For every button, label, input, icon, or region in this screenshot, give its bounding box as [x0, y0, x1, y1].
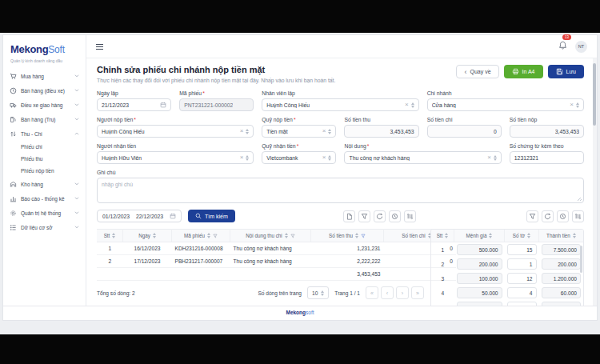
column-settings-button[interactable] [404, 210, 416, 222]
column-header-stt[interactable]: Stt [97, 230, 123, 242]
clear-icon[interactable] [240, 128, 244, 134]
nhan-vien-lap-select[interactable]: Huỳnh Công Hiếu [262, 98, 418, 111]
so-to-input[interactable]: 1 [507, 258, 537, 270]
sidebar-item-du-lieu-co-so[interactable]: Dữ liệu cơ sở [3, 220, 86, 234]
so-tien-thu-input[interactable]: 3,453,453 [344, 125, 418, 138]
menh-gia-input[interactable]: 500.000 [457, 244, 502, 255]
column-header-thanh-tien[interactable]: Thành tiền [539, 230, 584, 242]
history-button[interactable] [557, 210, 569, 222]
so-to-input[interactable]: 15 [507, 244, 537, 255]
cell-total-thu: 3,453,453 [311, 268, 384, 281]
thanh-tien-input[interactable]: 200.000 [542, 258, 582, 270]
print-a4-button[interactable]: In A4 [504, 65, 543, 78]
per-page-select[interactable]: 10 [307, 286, 329, 299]
refresh-button[interactable] [374, 210, 386, 222]
filter-icon[interactable] [213, 234, 218, 238]
filter-button[interactable] [526, 210, 538, 222]
so-to-input[interactable]: 4 [507, 287, 537, 298]
sidebar-item-quan-tri[interactable]: Quản trị hệ thống [3, 206, 86, 220]
last-page-button[interactable]: » [411, 286, 424, 299]
thanh-tien-input[interactable]: 60.000 [542, 302, 582, 306]
quy-nhan-tien-select[interactable]: Vietcombank [262, 151, 336, 164]
ma-phieu-input[interactable]: PNT231221-000002 [179, 98, 254, 111]
scrollbar-track[interactable] [593, 58, 597, 306]
thanh-tien-input[interactable]: 60.000 [542, 287, 582, 298]
field-ghi-chu: Ghi chú nhập ghi chú [97, 170, 584, 203]
so-tien-chi-input[interactable]: 0 [427, 125, 502, 138]
sidebar-subitem-phieu-chi[interactable]: Phiếu chi [3, 141, 86, 153]
history-icon [391, 213, 398, 220]
date-input[interactable]: 21/12/2023 [97, 98, 171, 111]
menh-gia-input[interactable]: 100.000 [457, 273, 502, 284]
clear-icon[interactable] [487, 154, 491, 161]
page-subtitle: Thực hiện các thay đổi đối với phiếu chi… [97, 78, 335, 83]
so-tien-nop-input[interactable]: 3,453,453 [510, 125, 584, 138]
table-row[interactable]: 2 17/12/2023 PBH231217-000007 Thu công n… [97, 255, 456, 268]
clear-icon[interactable] [322, 128, 326, 134]
thanh-tien-input[interactable]: 1.200.000 [542, 273, 582, 284]
first-page-button[interactable]: « [366, 286, 378, 299]
filter-icon[interactable] [290, 234, 295, 238]
column-header-so-tien-thu[interactable]: Số tiền thu [311, 230, 384, 242]
nguoi-nop-tien-select[interactable]: Huỳnh Công Hiếu [97, 125, 254, 138]
menh-gia-input[interactable]: 200.000 [457, 258, 502, 270]
date-range-input[interactable]: 01/12/2023 22/12/2023 [97, 210, 182, 222]
noi-dung-select[interactable]: Thu công nợ khách hàng [344, 151, 501, 164]
resize-handle[interactable] [578, 197, 582, 201]
sidebar: MekongSoft Quản lý kinh doanh xăng dầu M… [3, 35, 86, 306]
field-chi-nhanh: Chi nhánh Cửa hàng [427, 90, 584, 111]
column-header-ma-phieu[interactable]: Mã phiếu [172, 230, 230, 242]
search-button[interactable]: Tìm kiếm [188, 210, 235, 222]
nguoi-nhan-tien-select[interactable]: Huỳnh Hữu Viên [97, 151, 254, 164]
column-settings-button[interactable] [572, 210, 584, 222]
user-avatar[interactable]: NT [575, 41, 587, 53]
refresh-button[interactable] [542, 210, 554, 222]
clear-icon[interactable] [405, 102, 409, 108]
column-header-menh-gia[interactable]: Mệnh giá [454, 230, 505, 242]
hamburger-menu-icon[interactable] [96, 44, 103, 50]
sidebar-item-thu-chi[interactable]: Thu - Chi [3, 126, 86, 141]
quy-nop-tien-select[interactable]: Tiền mặt [262, 125, 336, 138]
sidebar-item-dieu-xe-giao-hang[interactable]: Điều xe giao hàng [3, 98, 86, 112]
sidebar-item-ban-hang-dieu-xe[interactable]: Bán hàng (điều xe) [3, 83, 86, 98]
table-row: 3 100.000 12 1.200.000 [431, 271, 583, 286]
clear-icon[interactable] [322, 154, 326, 161]
save-button[interactable]: Lưu [548, 65, 584, 78]
so-to-input[interactable]: 3 [507, 302, 537, 306]
sidebar-item-mua-hang[interactable]: Mua hàng [3, 69, 86, 83]
table-row[interactable]: 1 16/12/2023 KDH231216-000008 Thu công n… [97, 242, 456, 255]
thanh-tien-input[interactable]: 7.500.000 [542, 244, 582, 255]
export-button[interactable] [343, 210, 355, 222]
filter-icon[interactable] [361, 234, 366, 238]
select-value: Thu công nợ khách hàng [349, 155, 410, 161]
column-header-so-to[interactable]: Số tờ [505, 230, 539, 242]
column-header-stt[interactable]: Stt [431, 230, 454, 242]
sidebar-subitem-phieu-thu[interactable]: Phiếu thu [3, 153, 86, 165]
prev-page-button[interactable]: ‹ [381, 286, 394, 299]
clear-icon[interactable] [240, 154, 244, 161]
sidebar-subitem-phieu-nop-tien[interactable]: Phiếu nộp tiền [3, 165, 86, 177]
ghi-chu-textarea[interactable]: nhập ghi chú [97, 178, 584, 203]
field-so-chung-tu: Số chứng từ kèm theo 12312321 [510, 143, 584, 164]
sidebar-item-ban-hang-tru[interactable]: Bán hàng (Trụ) [3, 112, 86, 126]
page-background: MekongSoft Quản lý kinh doanh xăng dầu M… [0, 33, 600, 334]
column-header-noi-dung[interactable]: Nội dung thu chi [230, 230, 311, 242]
filter-button[interactable] [358, 210, 370, 222]
history-button[interactable] [389, 210, 401, 222]
back-button[interactable]: Quay về [456, 65, 498, 78]
scrollbar-thumb[interactable] [580, 246, 582, 273]
clear-icon[interactable] [570, 102, 574, 108]
so-chung-tu-input[interactable]: 12312321 [510, 151, 584, 164]
chi-nhanh-select[interactable]: Cửa hàng [427, 98, 584, 111]
menh-gia-input[interactable]: 50.000 [457, 287, 502, 298]
column-header-ngay[interactable]: Ngày [123, 230, 172, 242]
menh-gia-input[interactable]: 20.000 [457, 302, 502, 306]
notifications-button[interactable]: 13 [558, 39, 567, 54]
sidebar-item-kho-hang[interactable]: Kho hàng [3, 177, 86, 191]
next-page-button[interactable]: › [396, 286, 409, 299]
sidebar-item-bao-cao[interactable]: Báo cáo - thống kê [3, 191, 86, 206]
scrollbar-thumb[interactable] [593, 63, 596, 126]
per-page-value: 10 [312, 290, 318, 296]
field-label: Số tiền thu [344, 117, 370, 122]
so-to-input[interactable]: 12 [507, 273, 537, 284]
